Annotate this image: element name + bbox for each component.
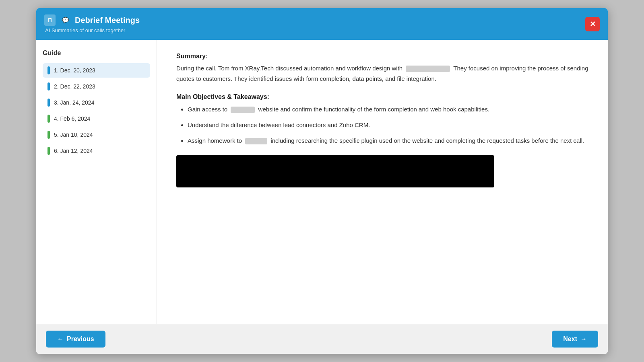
modal-footer: Previous Next	[36, 324, 608, 354]
arrow-left-icon	[57, 335, 64, 343]
close-button[interactable]: ✕	[585, 17, 600, 31]
sidebar-label-5: 5. Jan 10, 2024	[54, 132, 93, 138]
chat-icon: 💬	[60, 14, 71, 26]
obj2-text: Understand the difference between lead c…	[188, 121, 370, 128]
previous-label: Previous	[67, 335, 94, 343]
obj3-text-after: including researching the specific plugi…	[270, 137, 584, 144]
indicator-1	[47, 66, 50, 74]
obj1-text-after: website and confirm the functionality of…	[258, 106, 489, 113]
sidebar-label-1: 1. Dec. 20, 2023	[54, 67, 95, 74]
objectives-list: Gain access to website and confirm the f…	[176, 105, 588, 146]
sidebar-item-4[interactable]: 4. Feb 6, 2024	[43, 111, 150, 126]
previous-button[interactable]: Previous	[46, 331, 105, 348]
sidebar-item-3[interactable]: 3. Jan. 24, 2024	[43, 95, 150, 110]
summary-section: Summary: During the call, Tom from XRay.…	[176, 53, 588, 84]
redacted-name-2	[231, 107, 255, 113]
sidebar-label-3: 3. Jan. 24, 2024	[54, 99, 94, 106]
objective-item-2: Understand the difference between lead c…	[188, 120, 588, 130]
modal-title: Debrief Meetings	[75, 16, 140, 25]
indicator-2	[47, 82, 50, 90]
objective-item-3: Assign homework to including researching…	[188, 136, 588, 146]
obj1-text-before: Gain access to	[188, 106, 227, 113]
objective-item-1: Gain access to website and confirm the f…	[188, 105, 588, 115]
sidebar-item-6[interactable]: 6. Jan 12, 2024	[43, 144, 150, 158]
indicator-6	[47, 147, 50, 155]
sidebar-item-5[interactable]: 5. Jan 10, 2024	[43, 128, 150, 142]
arrow-right-icon	[580, 335, 587, 343]
sidebar-label-2: 2. Dec. 22, 2023	[54, 83, 95, 90]
indicator-5	[47, 131, 50, 139]
sidebar-label-4: 4. Feb 6, 2024	[54, 115, 90, 122]
sidebar-items: 1. Dec. 20, 2023 2. Dec. 22, 2023 3. Jan…	[43, 63, 150, 158]
main-content: Summary: During the call, Tom from XRay.…	[157, 40, 608, 324]
redacted-name-3	[245, 138, 267, 144]
sidebar-item-1[interactable]: 1. Dec. 20, 2023	[43, 63, 150, 78]
indicator-4	[47, 115, 50, 123]
next-label: Next	[563, 335, 577, 343]
header-left: 🗒 💬 Debrief Meetings AI Summaries of our…	[44, 14, 140, 33]
modal-header: 🗒 💬 Debrief Meetings AI Summaries of our…	[36, 8, 608, 40]
sidebar: Guide 1. Dec. 20, 2023 2. Dec. 22, 2023 …	[36, 40, 157, 324]
indicator-3	[47, 99, 50, 107]
summary-heading: Summary:	[176, 53, 588, 60]
summary-text-1: During the call, Tom from XRay.Tech disc…	[176, 65, 402, 72]
objectives-section: Main Objectives & Takeaways: Gain access…	[176, 93, 588, 146]
objectives-heading: Main Objectives & Takeaways:	[176, 93, 588, 101]
sidebar-item-2[interactable]: 2. Dec. 22, 2023	[43, 79, 150, 94]
obj3-text-before: Assign homework to	[188, 137, 242, 144]
summary-body: During the call, Tom from XRay.Tech disc…	[176, 63, 588, 84]
page-icon: 🗒	[44, 14, 56, 26]
title-row: 🗒 💬 Debrief Meetings	[44, 14, 140, 26]
sidebar-title: Guide	[43, 49, 150, 57]
modal-container: 🗒 💬 Debrief Meetings AI Summaries of our…	[36, 8, 608, 354]
modal-subtitle: AI Summaries of our calls together	[44, 27, 140, 33]
sidebar-label-6: 6. Jan 12, 2024	[54, 148, 93, 154]
modal-body: Guide 1. Dec. 20, 2023 2. Dec. 22, 2023 …	[36, 40, 608, 324]
video-player[interactable]	[176, 155, 494, 187]
next-button[interactable]: Next	[552, 331, 598, 348]
redacted-name-1	[406, 66, 450, 72]
